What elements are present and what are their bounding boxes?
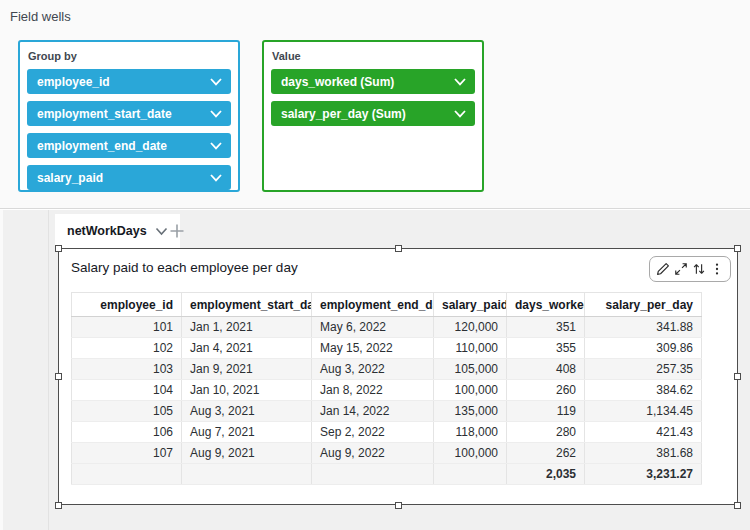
table-cell: 135,000 [434, 401, 507, 422]
resize-handle-middle-right[interactable] [734, 373, 741, 380]
column-header-employee_id[interactable]: employee_id [72, 293, 182, 317]
visual-title: Salary paid to each employee per day [71, 260, 298, 275]
group-by-well[interactable]: Group by employee_id employment_start_da… [18, 40, 240, 192]
sheet-tab-label: netWorkDays [67, 224, 147, 238]
table-cell: 103 [72, 359, 182, 380]
totals-cell [72, 464, 182, 485]
table-row: 101Jan 1, 2021May 6, 2022120,000351341.8… [72, 317, 702, 338]
table-cell: 260 [507, 380, 585, 401]
table-row: 107Aug 9, 2021Aug 9, 2022100,000262381.6… [72, 443, 702, 464]
table-cell: Aug 3, 2021 [182, 401, 312, 422]
table-cell: 119 [507, 401, 585, 422]
table-cell: 100,000 [434, 443, 507, 464]
table-cell: 421.43 [585, 422, 702, 443]
table-cell: 257.35 [585, 359, 702, 380]
menu-kebab-icon[interactable] [708, 258, 726, 280]
chevron-down-icon[interactable] [210, 78, 222, 86]
totals-cell: 2,035 [507, 464, 585, 485]
group-by-label: Group by [28, 50, 231, 62]
chevron-down-icon[interactable] [210, 174, 222, 182]
table-cell: Jan 4, 2021 [182, 338, 312, 359]
value-well[interactable]: Value days_worked (Sum) salary_per_day (… [262, 40, 484, 192]
field-wells-title: Field wells [10, 9, 71, 24]
table-cell: May 6, 2022 [312, 317, 434, 338]
table-cell: 104 [72, 380, 182, 401]
table-header-row: employee_idemployment_start_dateemployme… [72, 293, 702, 317]
table-cell: 351 [507, 317, 585, 338]
table-cell: Aug 9, 2021 [182, 443, 312, 464]
table-cell: 341.88 [585, 317, 702, 338]
data-table: employee_idemployment_start_dateemployme… [71, 292, 702, 485]
resize-handle-bottom-right[interactable] [734, 502, 741, 509]
chevron-down-icon[interactable] [454, 110, 466, 118]
column-header-salary_per_day[interactable]: salary_per_day [585, 293, 702, 317]
value-label: Value [272, 50, 475, 62]
totals-cell [434, 464, 507, 485]
group-by-pill-list: employee_id employment_start_date employ… [27, 69, 231, 190]
table-cell: Jan 8, 2022 [312, 380, 434, 401]
field-pill-salary-per-day-sum-[interactable]: salary_per_day (Sum) [271, 101, 475, 126]
table-cell: 262 [507, 443, 585, 464]
table-cell: 309.86 [585, 338, 702, 359]
canvas-edge-line [48, 210, 49, 530]
field-pill-employment-start-date[interactable]: employment_start_date [27, 101, 231, 126]
table-totals-row: 2,0353,231.27 [72, 464, 702, 485]
field-pill-label: salary_per_day (Sum) [281, 107, 406, 121]
table-cell: Jan 10, 2021 [182, 380, 312, 401]
table-cell: Jan 14, 2022 [312, 401, 434, 422]
column-header-employment_end_date[interactable]: employment_end_date [312, 293, 434, 317]
field-pill-days-worked-sum-[interactable]: days_worked (Sum) [271, 69, 475, 94]
sheet-canvas: netWorkDays Salary paid to each employee… [0, 210, 750, 530]
swap-vertical-icon[interactable] [690, 258, 708, 280]
table-cell: Aug 7, 2021 [182, 422, 312, 443]
table-cell: 384.62 [585, 380, 702, 401]
sheet-tab-networkdays[interactable]: netWorkDays [55, 214, 180, 248]
field-pill-label: employment_start_date [37, 107, 172, 121]
resize-handle-bottom-left[interactable] [55, 502, 62, 509]
field-pill-label: salary_paid [37, 171, 103, 185]
field-pill-employee-id[interactable]: employee_id [27, 69, 231, 94]
table-cell: 100,000 [434, 380, 507, 401]
add-sheet-button[interactable] [166, 220, 188, 242]
table-cell: 355 [507, 338, 585, 359]
chevron-down-icon[interactable] [210, 142, 222, 150]
visual-toolbar [649, 256, 731, 282]
column-header-days_worked[interactable]: days_worked [507, 293, 585, 317]
field-pill-label: employee_id [37, 75, 110, 89]
column-header-employment_start_date[interactable]: employment_start_date [182, 293, 312, 317]
table-cell: 381.68 [585, 443, 702, 464]
column-header-salary_paid[interactable]: salary_paid [434, 293, 507, 317]
field-wells-panel: Field wells Group by employee_id employm… [0, 0, 750, 209]
table-wrapper: employee_idemployment_start_dateemployme… [71, 292, 702, 485]
table-cell: Aug 9, 2022 [312, 443, 434, 464]
table-cell: Aug 3, 2022 [312, 359, 434, 380]
resize-handle-top-middle[interactable] [395, 245, 402, 252]
table-cell: 118,000 [434, 422, 507, 443]
field-pill-label: employment_end_date [37, 139, 167, 153]
table-cell: Jan 1, 2021 [182, 317, 312, 338]
edit-pencil-icon[interactable] [654, 258, 672, 280]
expand-icon[interactable] [672, 258, 690, 280]
chevron-down-icon[interactable] [210, 110, 222, 118]
field-pill-salary-paid[interactable]: salary_paid [27, 165, 231, 190]
table-cell: 110,000 [434, 338, 507, 359]
resize-handle-bottom-middle[interactable] [395, 502, 402, 509]
table-cell: 102 [72, 338, 182, 359]
table-cell: 105 [72, 401, 182, 422]
table-cell: Sep 2, 2022 [312, 422, 434, 443]
totals-cell: 3,231.27 [585, 464, 702, 485]
table-cell: 120,000 [434, 317, 507, 338]
resize-handle-top-right[interactable] [734, 245, 741, 252]
table-row: 105Aug 3, 2021Jan 14, 2022135,0001191,13… [72, 401, 702, 422]
resize-handle-middle-left[interactable] [55, 373, 62, 380]
table-cell: 1,134.45 [585, 401, 702, 422]
resize-handle-top-left[interactable] [55, 245, 62, 252]
table-cell: 105,000 [434, 359, 507, 380]
table-cell: May 15, 2022 [312, 338, 434, 359]
table-row: 103Jan 9, 2021Aug 3, 2022105,000408257.3… [72, 359, 702, 380]
table-row: 102Jan 4, 2021May 15, 2022110,000355309.… [72, 338, 702, 359]
table-visual-container[interactable]: Salary paid to each employee per day [58, 248, 738, 505]
chevron-down-icon[interactable] [454, 78, 466, 86]
field-pill-employment-end-date[interactable]: employment_end_date [27, 133, 231, 158]
table-cell: Jan 9, 2021 [182, 359, 312, 380]
